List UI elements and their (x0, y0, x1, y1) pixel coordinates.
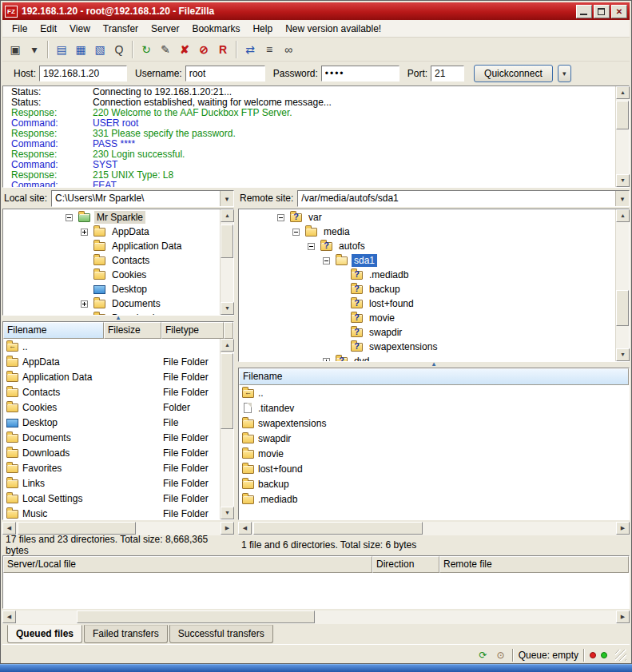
resize-grip[interactable] (615, 650, 626, 661)
file-row[interactable]: Desktop File (3, 415, 220, 430)
menu-item[interactable]: File (6, 21, 34, 37)
local-list-hscrollbar[interactable] (2, 522, 234, 535)
tree-item[interactable]: Application Data (3, 239, 220, 253)
file-row[interactable]: Cookies Folder (3, 400, 220, 415)
tree-expander[interactable] (338, 272, 345, 279)
toggle-remote-tree-button[interactable]: ▧ (90, 40, 109, 59)
column-header-filetype[interactable]: Filetype (161, 322, 224, 339)
tree-item[interactable]: Contacts (3, 253, 220, 268)
scroll-up-button[interactable] (616, 209, 630, 222)
remote-tree-scrollbar[interactable] (615, 209, 629, 361)
file-row[interactable]: Links File Folder (3, 475, 220, 491)
file-row[interactable]: Local Settings File Folder (3, 491, 220, 506)
tree-expander[interactable] (323, 358, 330, 362)
tree-item[interactable]: media (245, 225, 615, 239)
tree-expander[interactable] (81, 243, 88, 250)
tree-item[interactable]: Cookies (3, 268, 220, 282)
tree-expander[interactable] (81, 286, 88, 293)
scroll-up-button[interactable] (616, 86, 630, 99)
file-row[interactable]: AppData File Folder (3, 354, 220, 369)
username-input[interactable] (185, 66, 265, 82)
column-header-remote-file[interactable]: Remote file (439, 556, 629, 573)
tree-item[interactable]: AppData (3, 225, 220, 239)
toggle-queue-button[interactable]: Q (109, 40, 129, 59)
directory-comparison-button[interactable]: ≡ (260, 40, 279, 59)
file-row[interactable]: backup (239, 476, 629, 491)
menu-item[interactable]: Server (145, 21, 185, 37)
column-header-direction[interactable]: Direction (372, 556, 439, 573)
titlebar[interactable]: FZ 192.168.1.20 - root@192.168.1.20 - Fi… (2, 2, 630, 20)
tree-expander[interactable] (338, 315, 345, 322)
tree-expander[interactable] (66, 214, 73, 221)
scrollbar-thumb[interactable] (253, 522, 423, 535)
host-input[interactable] (39, 66, 127, 82)
scroll-up-button[interactable] (221, 209, 234, 222)
scroll-right-button[interactable] (616, 522, 630, 535)
chevron-down-icon[interactable] (220, 191, 233, 206)
tree-expander[interactable] (308, 243, 315, 250)
scroll-left-button[interactable] (238, 522, 252, 535)
file-row[interactable]: .mediadb (239, 491, 629, 507)
tree-expander[interactable] (338, 344, 345, 351)
minimize-button[interactable] (576, 5, 592, 18)
tree-expander[interactable] (81, 315, 88, 316)
tree-item[interactable]: lost+found (245, 296, 615, 311)
local-list-scrollbar[interactable] (220, 339, 233, 519)
tree-expander[interactable] (81, 257, 88, 264)
file-row[interactable]: movie (239, 446, 629, 461)
tree-item[interactable]: backup (245, 282, 615, 296)
file-row[interactable]: lost+found (239, 461, 629, 476)
file-row[interactable]: .. (239, 385, 629, 400)
scroll-right-button[interactable] (221, 522, 234, 535)
scroll-right-button[interactable] (616, 610, 630, 623)
restore-button[interactable] (594, 5, 610, 18)
disconnect-button[interactable]: ⊘ (194, 40, 213, 59)
queue-tab[interactable]: Failed transfers (84, 625, 168, 643)
scroll-left-button[interactable] (2, 522, 16, 535)
file-row[interactable]: .titandev (239, 400, 629, 416)
tree-item[interactable]: swapdir (245, 325, 615, 340)
synchronized-browsing-button[interactable]: ⇄ (240, 40, 260, 59)
menu-item[interactable]: View (63, 21, 97, 37)
tree-expander[interactable] (338, 300, 345, 308)
tree-item[interactable]: Desktop (3, 282, 220, 296)
local-site-path[interactable]: C:\Users\Mr Sparkle\ (52, 191, 220, 206)
column-header-filesize[interactable]: Filesize (104, 322, 161, 339)
chevron-down-icon[interactable] (615, 191, 629, 206)
local-tree-scrollbar[interactable] (220, 209, 233, 315)
menu-item[interactable]: Transfer (97, 21, 145, 37)
tree-item[interactable]: Downloads (3, 311, 220, 315)
tree-item[interactable]: Mr Sparkle (3, 210, 220, 225)
queue-tab[interactable]: Successful transfers (169, 625, 273, 643)
scrollbar-thumb[interactable] (18, 522, 136, 535)
scrollbar-thumb[interactable] (221, 225, 233, 258)
tree-expander[interactable] (81, 229, 88, 236)
menu-item[interactable]: Help (246, 21, 279, 37)
tree-item[interactable]: var (245, 210, 615, 225)
message-log-scrollbar[interactable] (615, 86, 629, 187)
file-row[interactable]: Documents File Folder (3, 430, 220, 445)
file-row[interactable]: swapextensions (239, 416, 629, 431)
menu-item[interactable]: Bookmarks (185, 21, 246, 37)
quickconnect-button[interactable]: Quickconnect (474, 65, 553, 82)
tree-item[interactable]: .mediadb (245, 268, 615, 282)
file-row[interactable]: .. (3, 339, 220, 354)
tree-expander[interactable] (323, 257, 330, 264)
scroll-down-button[interactable] (616, 174, 630, 187)
scrollbar-thumb[interactable] (616, 101, 629, 129)
column-header-local-file[interactable]: Server/Local file (3, 556, 372, 573)
tree-item[interactable]: sda1 (245, 253, 615, 268)
toggle-local-tree-button[interactable]: ▦ (71, 40, 90, 59)
file-row[interactable]: Contacts File Folder (3, 384, 220, 400)
scrollbar-thumb[interactable] (77, 610, 315, 623)
menu-item[interactable]: New version available! (279, 21, 388, 37)
site-manager-button[interactable]: ▣ (6, 40, 25, 59)
password-input[interactable] (321, 66, 399, 82)
file-row[interactable]: Music File Folder (3, 506, 220, 519)
local-site-combobox[interactable]: C:\Users\Mr Sparkle\ (51, 190, 234, 207)
remote-site-combobox[interactable]: /var/media/autofs/sda1 (297, 190, 630, 207)
file-row[interactable]: swapdir (239, 431, 629, 446)
column-header-filename[interactable]: Filename (239, 368, 629, 385)
scrollbar-thumb[interactable] (616, 290, 629, 326)
quickconnect-dropdown-button[interactable] (558, 65, 571, 82)
